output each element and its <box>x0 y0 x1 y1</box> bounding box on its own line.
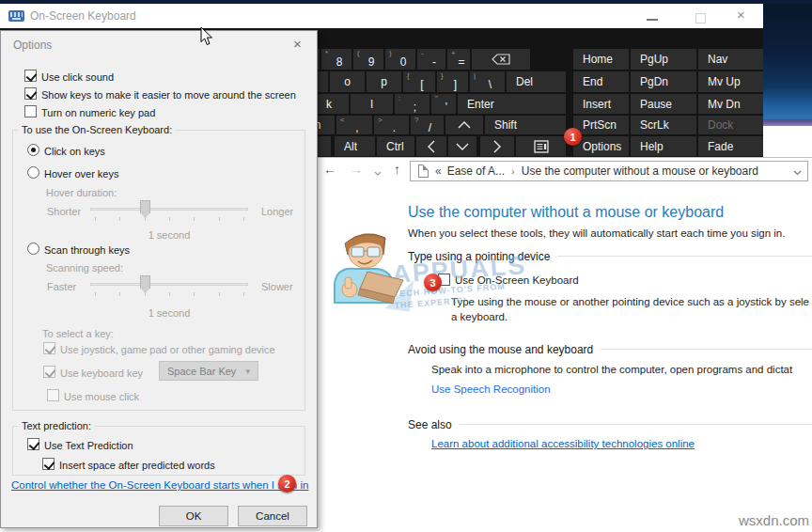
key-label: 0 <box>400 56 407 68</box>
osk-key[interactable]: o <box>330 71 365 92</box>
osk-key[interactable]: Nav <box>698 49 763 70</box>
insert-space-checkbox[interactable] <box>42 458 55 470</box>
use-click-sound-checkbox[interactable] <box>24 70 37 82</box>
keyboard-key-dropdown[interactable]: Space Bar Key ▾ <box>159 361 258 381</box>
back-arrow-icon[interactable]: ← <box>323 162 336 177</box>
address-dropdown-chevron-icon[interactable] <box>793 163 802 180</box>
osk-key[interactable]: >. <box>374 116 409 134</box>
use-speech-recognition-link[interactable]: Use Speech Recognition <box>431 383 551 395</box>
osk-key[interactable]: Home <box>573 49 629 70</box>
accessibility-technologies-link[interactable]: Learn about additional accessibility tec… <box>431 438 695 449</box>
osk-key[interactable]: Enter <box>458 94 566 114</box>
osk-key[interactable]: {[ <box>403 71 435 92</box>
osk-key-chevron-down[interactable] <box>448 136 476 156</box>
osk-key[interactable]: Del <box>507 71 566 92</box>
recent-pages-chevron-icon[interactable] <box>374 164 382 180</box>
osk-key[interactable]: End <box>573 71 629 92</box>
breadcrumb-prefix: « <box>435 164 442 178</box>
osk-key[interactable]: Ctrl <box>377 136 414 156</box>
mascot-illustration <box>317 226 413 316</box>
osk-key[interactable]: -- <box>417 49 445 70</box>
osk-key[interactable]: Mv Up <box>698 71 763 92</box>
osk-key-chevron-right[interactable] <box>480 136 514 156</box>
scan-through-keys-radio[interactable] <box>27 243 39 255</box>
osk-key[interactable]: <, <box>336 116 372 134</box>
slider-tick <box>169 217 170 221</box>
osk-key[interactable]: ?/ <box>411 116 444 134</box>
osk-key-dock-menu[interactable] <box>516 136 566 156</box>
osk-key[interactable]: Options <box>573 136 629 156</box>
hover-duration-slider[interactable] <box>90 208 248 211</box>
watermark-site: wsxdn.com <box>739 512 809 528</box>
osk-key[interactable]: Dock <box>698 116 763 134</box>
hover-over-keys-label[interactable]: Hover over keys <box>44 168 118 180</box>
osk-key[interactable]: Insert <box>573 94 629 114</box>
hover-duration-label: Hover duration: <box>46 187 117 198</box>
osk-key[interactable]: :; <box>395 94 429 114</box>
dialog-close-icon[interactable]: × <box>293 36 302 52</box>
osk-key[interactable]: Mv Dn <box>698 94 763 114</box>
close-icon[interactable]: × <box>737 7 745 23</box>
breadcrumb-ease-of-access[interactable]: Ease of A... <box>447 164 505 178</box>
scanning-speed-slider[interactable] <box>90 283 248 286</box>
numeric-keypad-checkbox[interactable] <box>24 105 37 117</box>
mouse-click-checkbox[interactable] <box>47 389 59 401</box>
maximize-icon[interactable] <box>695 13 706 23</box>
osk-key[interactable]: ScrLk <box>631 116 696 134</box>
key-label: Nav <box>708 54 727 65</box>
screen: ← → ↑ « Ease of A... › Use the computer … <box>0 0 812 532</box>
use-text-prediction-label[interactable]: Use Text Prediction <box>44 440 133 451</box>
show-keys-checkbox[interactable] <box>24 87 37 100</box>
numeric-keypad-label[interactable]: Turn on numeric key pad <box>41 107 155 118</box>
osk-key[interactable]: Help <box>631 136 696 156</box>
address-bar[interactable]: « Ease of A... › Use the computer withou… <box>410 161 808 181</box>
key-label: Home <box>583 54 613 65</box>
desktop-wallpaper-band <box>763 119 812 126</box>
cancel-button[interactable]: Cancel <box>238 506 307 526</box>
osk-key[interactable]: )0 <box>385 49 415 70</box>
show-keys-label[interactable]: Show keys to make it easier to move arou… <box>41 89 296 101</box>
key-shift-char: + <box>451 49 456 57</box>
osk-key[interactable]: |\ <box>470 71 505 92</box>
page-title: Use the computer without a mouse or keyb… <box>408 204 724 221</box>
osk-key[interactable]: PrtScn <box>573 116 629 134</box>
ok-button[interactable]: OK <box>159 506 228 526</box>
osk-key[interactable]: PgDn <box>631 71 696 92</box>
osk-key[interactable]: l <box>351 94 393 114</box>
click-on-keys-radio[interactable] <box>27 144 39 156</box>
use-click-sound-label[interactable]: Use click sound <box>41 71 114 83</box>
use-osk-label[interactable]: Use On-Screen Keyboard <box>455 274 579 286</box>
osk-key[interactable]: "' <box>431 94 456 114</box>
scan-through-keys-label[interactable]: Scan through keys <box>44 244 130 256</box>
osk-key[interactable]: Fade <box>698 136 763 156</box>
osk-key[interactable]: Pause <box>631 94 696 114</box>
minimize-icon[interactable] <box>647 19 658 21</box>
osk-key[interactable]: *8 <box>321 49 351 70</box>
key-label: Pause <box>640 99 672 110</box>
osk-key[interactable]: (9 <box>353 49 383 70</box>
osk-key[interactable]: PgUp <box>631 49 696 70</box>
osk-key-backspace[interactable] <box>472 49 530 70</box>
keyboard-key-checkbox[interactable] <box>43 366 55 378</box>
up-arrow-icon[interactable]: ↑ <box>394 162 400 177</box>
osk-titlebar[interactable]: On-Screen Keyboard × <box>0 4 763 28</box>
key-shift-char: { <box>407 71 410 80</box>
hover-over-keys-radio[interactable] <box>27 166 39 179</box>
click-on-keys-label[interactable]: Click on keys <box>44 146 105 157</box>
speech-description: Speak into a microphone to control the c… <box>431 364 792 375</box>
osk-key[interactable]: Shift <box>485 116 566 134</box>
osk-key[interactable]: += <box>447 49 470 70</box>
osk-key-chevron-left[interactable] <box>416 136 446 156</box>
breadcrumb-current-page[interactable]: Use the computer without a mouse or keyb… <box>522 164 758 178</box>
osk-key-chevron-up[interactable] <box>445 116 483 134</box>
use-text-prediction-checkbox[interactable] <box>27 438 39 450</box>
startup-control-link[interactable]: Control whether the On-Screen Keyboard s… <box>11 479 308 491</box>
key-label: , <box>355 122 358 133</box>
osk-key[interactable]: Alt <box>335 136 375 156</box>
insert-space-label[interactable]: Insert space after predicted words <box>59 460 215 471</box>
osk-key[interactable]: }] <box>437 71 468 92</box>
forward-arrow-icon[interactable]: → <box>350 162 363 177</box>
joystick-checkbox[interactable] <box>43 342 55 354</box>
key-label: Del <box>516 76 533 87</box>
osk-key[interactable]: p <box>367 71 401 92</box>
